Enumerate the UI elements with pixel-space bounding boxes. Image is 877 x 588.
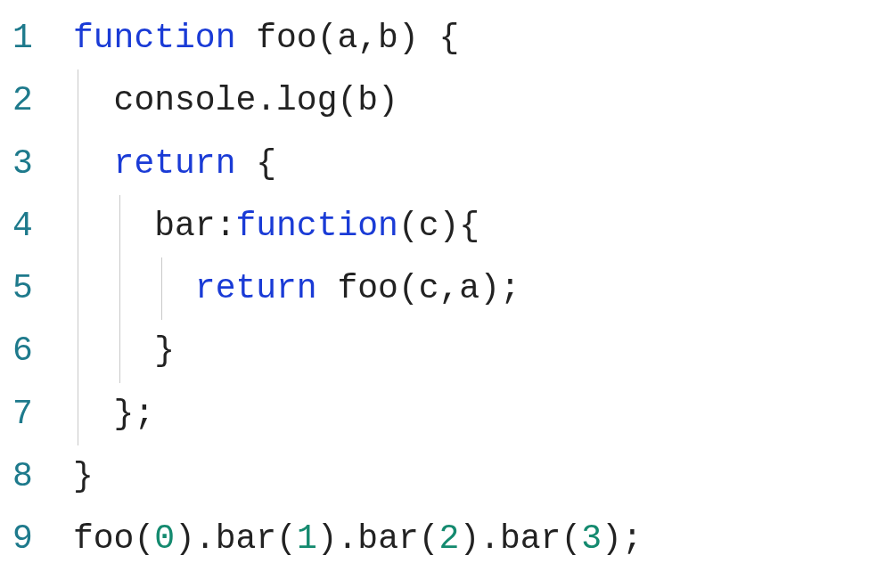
indent-guide [78, 133, 78, 195]
code-token: ; [622, 519, 643, 558]
code-token: ; [134, 395, 154, 433]
code-token: ) [175, 519, 195, 558]
indent-guide [161, 257, 162, 320]
code-token: ( [398, 269, 419, 307]
code-token: log [276, 81, 337, 119]
code-token: ; [500, 269, 520, 307]
line-number: 6 [0, 320, 53, 382]
code-line[interactable]: } [53, 320, 877, 382]
line-number: 2 [0, 69, 53, 132]
code-token: ( [561, 519, 581, 558]
code-token: { [459, 207, 479, 245]
code-token: } [114, 395, 135, 433]
line-number: 1 [0, 7, 53, 69]
line-number: 4 [0, 195, 53, 257]
code-row[interactable]: 3 return { [0, 133, 877, 195]
code-line[interactable]: bar:function(c){ [53, 195, 877, 257]
code-token: ) [317, 519, 338, 558]
code-lines-container: 1function foo(a,b) {2 console.log(b)3 re… [0, 7, 877, 571]
code-token: ) [459, 519, 479, 558]
code-token [73, 395, 114, 433]
code-line[interactable]: console.log(b) [53, 69, 877, 132]
indent-guide [78, 69, 78, 132]
code-token: } [154, 331, 175, 370]
code-token: bar [154, 207, 215, 245]
code-token: ( [134, 519, 154, 558]
code-line[interactable]: }; [53, 383, 877, 445]
code-token: foo [256, 19, 316, 57]
code-token: } [73, 457, 94, 495]
code-token: : [216, 207, 236, 245]
code-token [73, 269, 195, 307]
code-editor[interactable]: 1function foo(a,b) {2 console.log(b)3 re… [0, 7, 877, 571]
line-number: 5 [0, 257, 53, 320]
code-token [73, 331, 154, 370]
code-token: . [338, 519, 358, 558]
code-token: return [114, 144, 236, 183]
code-token: , [439, 269, 460, 307]
code-token: console [114, 81, 257, 119]
code-token: function [73, 19, 235, 57]
code-token [419, 19, 439, 57]
code-row[interactable]: 8} [0, 445, 877, 508]
indent-guide [78, 383, 78, 445]
code-token: ) [602, 519, 622, 558]
code-token: 2 [439, 519, 460, 558]
code-token: bar [357, 519, 418, 558]
code-token: foo [73, 519, 134, 558]
code-token: ) [398, 19, 419, 57]
code-token: ( [419, 519, 439, 558]
code-row[interactable]: 4 bar:function(c){ [0, 195, 877, 257]
indent-guide [78, 257, 78, 320]
code-line[interactable]: return foo(c,a); [53, 257, 877, 320]
code-token: { [256, 144, 276, 183]
code-line[interactable]: } [53, 445, 877, 508]
code-token: function [235, 207, 398, 245]
code-token: ) [479, 269, 500, 307]
code-token: ( [317, 19, 338, 57]
code-token [235, 19, 256, 57]
code-row[interactable]: 5 return foo(c,a); [0, 257, 877, 320]
code-token [317, 269, 338, 307]
code-row[interactable]: 6 } [0, 320, 877, 382]
code-token: 0 [154, 519, 175, 558]
code-row[interactable]: 1function foo(a,b) { [0, 7, 877, 69]
code-token: 1 [297, 519, 317, 558]
code-token: a [337, 19, 357, 57]
code-token: b [378, 19, 398, 57]
code-token: 3 [581, 519, 602, 558]
code-token [73, 81, 114, 119]
code-token: { [439, 19, 460, 57]
code-line[interactable]: foo(0).bar(1).bar(2).bar(3); [53, 508, 877, 570]
code-token: c [419, 269, 439, 307]
indent-guide [119, 195, 120, 257]
code-token: ( [398, 207, 419, 245]
code-row[interactable]: 7 }; [0, 383, 877, 445]
code-token: ( [276, 519, 297, 558]
code-token: . [479, 519, 500, 558]
code-token: b [357, 81, 378, 119]
code-row[interactable]: 9foo(0).bar(1).bar(2).bar(3); [0, 508, 877, 570]
code-token [73, 207, 154, 245]
code-token: ) [378, 81, 398, 119]
code-row[interactable]: 2 console.log(b) [0, 69, 877, 132]
code-token: c [419, 207, 439, 245]
code-line[interactable]: function foo(a,b) { [53, 7, 877, 69]
code-token: bar [500, 519, 561, 558]
code-token [73, 144, 114, 183]
code-line[interactable]: return { [53, 133, 877, 195]
code-token [235, 144, 256, 183]
code-token: foo [337, 269, 398, 307]
line-number: 3 [0, 133, 53, 195]
indent-guide [78, 195, 78, 257]
code-token: . [256, 81, 276, 119]
indent-guide [119, 257, 120, 320]
code-token: , [357, 19, 378, 57]
indent-guide [78, 320, 78, 382]
line-number: 9 [0, 508, 53, 570]
line-number: 7 [0, 383, 53, 445]
indent-guide [119, 320, 120, 382]
code-token: a [459, 269, 479, 307]
code-token: . [195, 519, 216, 558]
line-number: 8 [0, 445, 53, 508]
